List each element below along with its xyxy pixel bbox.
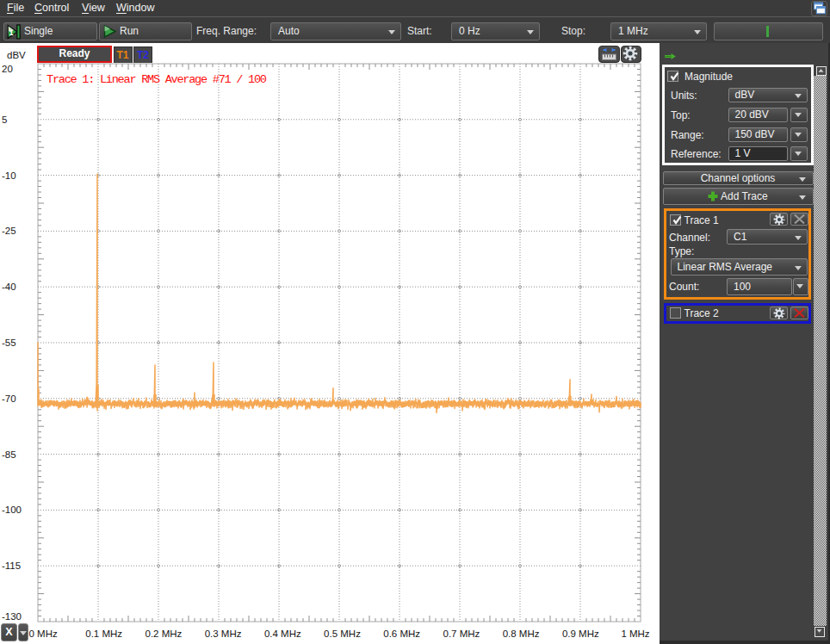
svg-text:-25: -25 — [2, 226, 16, 236]
svg-text:-130: -130 — [2, 611, 22, 622]
svg-text:5: 5 — [2, 115, 7, 125]
svg-text:-115: -115 — [2, 560, 21, 571]
svg-text:1: 1 — [9, 28, 14, 37]
svg-text:dBV: dBV — [7, 50, 26, 60]
svg-text:0.2 MHz: 0.2 MHz — [145, 629, 182, 639]
svg-text:0.6 MHz: 0.6 MHz — [383, 629, 420, 639]
svg-text:1 MHz: 1 MHz — [621, 629, 649, 639]
svg-text:-85: -85 — [2, 449, 16, 460]
svg-text:-100: -100 — [2, 505, 22, 515]
svg-text:0.4 MHz: 0.4 MHz — [264, 629, 301, 639]
svg-text:20: 20 — [2, 64, 13, 74]
svg-text:0.5 MHz: 0.5 MHz — [324, 629, 361, 639]
svg-text:-55: -55 — [2, 337, 16, 348]
svg-text:0.3 MHz: 0.3 MHz — [205, 629, 242, 639]
svg-text:-40: -40 — [2, 282, 16, 292]
svg-text:-10: -10 — [2, 170, 16, 181]
svg-text:0.7 MHz: 0.7 MHz — [443, 629, 480, 639]
svg-text:-70: -70 — [2, 393, 16, 404]
svg-text:Trace 1: Linear RMS Average #7: Trace 1: Linear RMS Average #71 / 100 — [46, 73, 267, 86]
svg-text:0.1 MHz: 0.1 MHz — [85, 629, 122, 639]
svg-text:0.9 MHz: 0.9 MHz — [562, 629, 599, 639]
svg-text:0.8 MHz: 0.8 MHz — [503, 629, 540, 639]
svg-text:0 MHz: 0 MHz — [29, 629, 58, 639]
